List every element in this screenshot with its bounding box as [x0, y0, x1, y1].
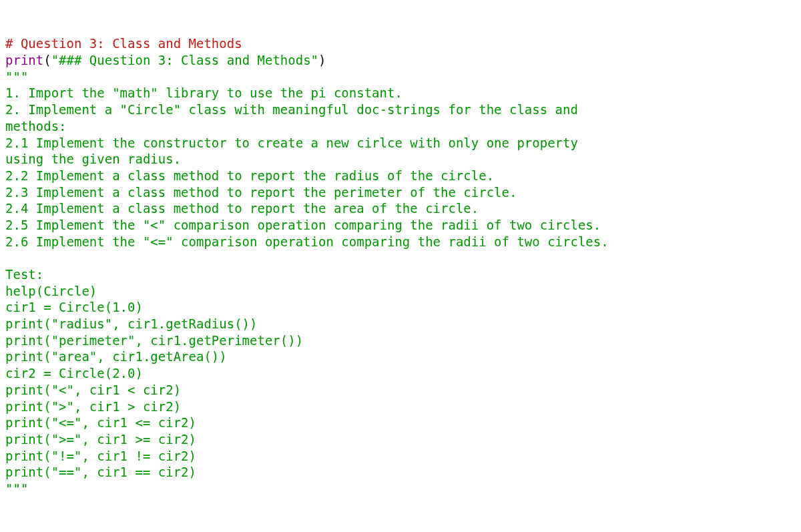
docstring-line: 2.1 Implement the constructor to create …: [5, 136, 578, 150]
docstring-line: methods:: [5, 119, 67, 134]
docstring-test-line: print(">=", cir1 >= cir2): [5, 432, 196, 447]
docstring-test-line: print("area", cir1.getArea()): [5, 349, 227, 364]
print-keyword: print: [5, 53, 43, 67]
docstring-test-line: cir2 = Circle(2.0): [5, 366, 143, 380]
docstring-test-line: print("perimeter", cir1.getPerimeter()): [5, 333, 303, 348]
paren-open: (: [43, 53, 51, 67]
docstring-test-line: print("!=", cir1 != cir2): [5, 449, 196, 463]
docstring-test-line: cir1 = Circle(1.0): [5, 300, 143, 314]
paren-close: ): [318, 53, 326, 67]
docstring-line: 1. Import the "math" library to use the …: [5, 85, 403, 100]
docstring-line: 2.3 Implement a class method to report t…: [5, 185, 517, 200]
docstring-line: using the given radius.: [5, 152, 181, 166]
docstring-line: 2.6 Implement the "<=" comparison operat…: [5, 234, 609, 249]
docstring-line: 2. Implement a "Circle" class with meani…: [5, 102, 578, 117]
docstring-line: 2.4 Implement a class method to report t…: [5, 201, 479, 216]
docstring-test-line: help(Circle): [5, 284, 97, 298]
comment-line: # Question 3: Class and Methods: [5, 36, 242, 51]
docstring-test-line: print("<=", cir1 <= cir2): [5, 415, 196, 430]
print-argument: "### Question 3: Class and Methods": [51, 53, 318, 67]
docstring-line: 2.2 Implement a class method to report t…: [5, 168, 494, 183]
code-block: # Question 3: Class and Methods print("#…: [5, 35, 796, 497]
docstring-test-line: print("==", cir1 == cir2): [5, 465, 196, 479]
triple-quote-close: """: [5, 481, 28, 496]
docstring-test-line: print(">", cir1 > cir2): [5, 399, 181, 414]
docstring-line: 2.5 Implement the "<" comparison operati…: [5, 218, 601, 232]
docstring-test-line: print("<", cir1 < cir2): [5, 382, 181, 397]
docstring-test-header: Test:: [5, 267, 43, 282]
triple-quote-open: """: [5, 69, 28, 84]
docstring-test-line: print("radius", cir1.getRadius()): [5, 316, 258, 331]
